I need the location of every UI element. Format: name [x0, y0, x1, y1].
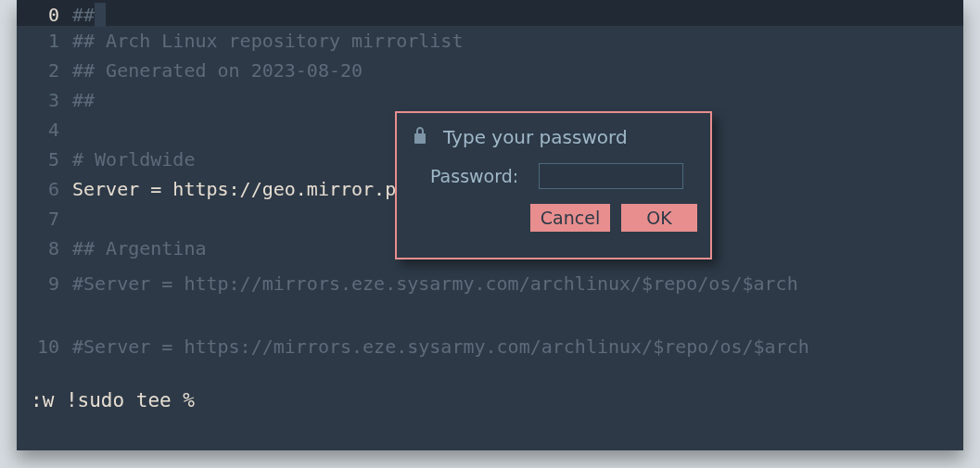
line-number: 5 [17, 148, 72, 171]
code-text: ## [72, 89, 95, 111]
code-text: # Worldwide [72, 148, 195, 171]
code-text: ## Arch Linux repository mirrorlist [72, 30, 463, 52]
dialog-title: Type your password [443, 126, 628, 148]
line-number: 8 [17, 237, 72, 259]
line-number: 6 [17, 178, 72, 200]
ok-button[interactable]: OK [621, 204, 697, 232]
code-text: #Server = http://mirrors.eze.sysarmy.com… [72, 272, 798, 295]
line-number: 9 [17, 272, 72, 295]
line-number: 4 [17, 119, 72, 141]
line-number: 10 [17, 335, 72, 358]
cursor [95, 3, 106, 27]
editor-window: 0##1## Arch Linux repository mirrorlist2… [17, 0, 963, 450]
cancel-button[interactable]: Cancel [530, 204, 610, 232]
code-text: ## Argentina [72, 237, 207, 259]
lock-icon [414, 126, 426, 148]
code-text: #Server = https://mirrors.eze.sysarmy.co… [72, 335, 809, 358]
line-number: 1 [17, 30, 72, 52]
editor-line[interactable]: 10#Server = https://mirrors.eze.sysarmy.… [17, 332, 963, 361]
password-dialog: Type your password Password: Cancel OK [395, 111, 712, 259]
editor-line[interactable]: 9#Server = http://mirrors.eze.sysarmy.co… [17, 269, 963, 298]
line-number: 3 [17, 89, 72, 111]
editor-line[interactable]: 1## Arch Linux repository mirrorlist [17, 26, 963, 56]
code-text: ## [72, 4, 95, 26]
line-number: 7 [17, 208, 72, 230]
code-text: ## Generated on 2023-08-20 [72, 59, 363, 82]
vim-command-line[interactable]: :w !sudo tee % [31, 389, 195, 411]
line-number: 0 [17, 4, 72, 26]
password-label: Password: [430, 166, 518, 186]
password-input[interactable] [539, 163, 683, 189]
editor-line[interactable]: 2## Generated on 2023-08-20 [17, 56, 963, 85]
line-number: 2 [17, 59, 72, 82]
